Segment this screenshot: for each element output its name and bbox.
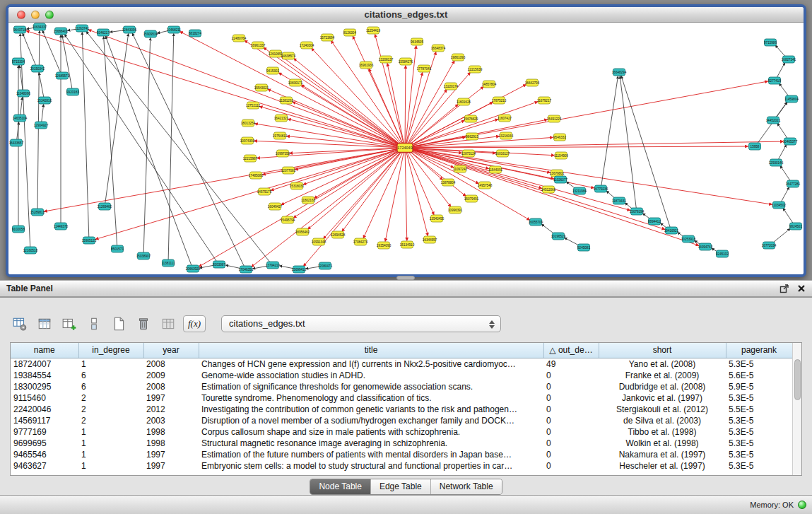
table-cell: 1998 bbox=[143, 438, 199, 449]
node-label: 18013254 bbox=[241, 122, 256, 125]
node-label: 8126304 bbox=[343, 31, 356, 35]
node-label: 12873124 bbox=[461, 152, 476, 156]
table-mode-button[interactable] bbox=[10, 315, 29, 334]
table-cell: 2 bbox=[78, 392, 143, 404]
node-label: 19354093 bbox=[377, 244, 392, 247]
node-label: 12930146 bbox=[769, 161, 784, 165]
column-header[interactable]: in_degree bbox=[78, 343, 143, 358]
float-panel-icon[interactable] bbox=[779, 284, 789, 293]
memory-status-label: Memory: OK bbox=[750, 501, 794, 509]
node-label: 9277419 bbox=[768, 79, 781, 83]
node-label: 14857804 bbox=[482, 83, 497, 86]
node-label: 11034502 bbox=[772, 204, 787, 207]
memory-status-indicator[interactable] bbox=[798, 501, 806, 509]
table-row[interactable]: 946362711997Embryonic stem cells: a mode… bbox=[11, 460, 792, 472]
table-row[interactable]: 1456911722003Disruption of a novel membe… bbox=[11, 415, 792, 426]
table-cell: 18300295 bbox=[11, 381, 78, 392]
table-cell: Hescheler et al. (1997) bbox=[599, 460, 726, 472]
minimize-button[interactable] bbox=[31, 11, 40, 19]
node-label: 15342816 bbox=[37, 99, 52, 103]
column-header[interactable]: name bbox=[11, 343, 78, 358]
node-label: 10253918 bbox=[681, 238, 696, 241]
node-label: 19416921 bbox=[664, 229, 679, 233]
node-label: 9245102 bbox=[716, 252, 729, 256]
node-label: 9546332 bbox=[553, 136, 566, 139]
node-label: 10997358 bbox=[276, 152, 290, 156]
table-row[interactable]: 946554611997Estimation of the future num… bbox=[11, 449, 792, 460]
table-row[interactable]: 2242004622012Investigating the contribut… bbox=[11, 404, 792, 415]
node-label: 15495794 bbox=[281, 218, 295, 222]
table-cell: Stergiakouli et al. (2012) bbox=[599, 404, 726, 415]
table-cell: 5.6E-5 bbox=[726, 370, 792, 381]
node-label: 15289813 bbox=[30, 211, 45, 214]
table-row[interactable]: 911546021997Tourette syndrome. Phenomeno… bbox=[11, 392, 792, 404]
node-label: 15491225 bbox=[547, 117, 562, 121]
node-label: 14635104 bbox=[13, 117, 28, 120]
table-selector-dropdown[interactable]: citations_edges.txt bbox=[221, 315, 501, 332]
node-label: 16055709 bbox=[529, 221, 543, 224]
node-label: 15905125 bbox=[82, 239, 97, 243]
node-label: 15958 bbox=[751, 145, 760, 148]
table-cell: 5.3E-5 bbox=[726, 392, 792, 404]
node-label: 13679801 bbox=[550, 172, 565, 175]
node-label: 12080471 bbox=[318, 264, 333, 268]
window-titlebar[interactable]: citations_edges.txt bbox=[8, 7, 804, 23]
tab-edge-table[interactable]: Edge Table bbox=[370, 479, 430, 494]
import-table-button[interactable] bbox=[158, 315, 177, 334]
node-label: 11607427 bbox=[498, 117, 512, 120]
node-label: 13220174 bbox=[444, 85, 459, 88]
tab-network-table[interactable]: Network Table bbox=[430, 479, 502, 494]
network-canvas[interactable]: 1724049941530215543021127521121801325410… bbox=[8, 23, 804, 274]
node-label: 14638574 bbox=[281, 54, 296, 58]
network-desktop: citations_edges.txt 17240499415302155430… bbox=[0, 0, 812, 280]
table-scrollbar-thumb[interactable] bbox=[794, 359, 801, 400]
create-column-button[interactable] bbox=[59, 315, 78, 334]
table-cell: 9777169 bbox=[11, 426, 78, 438]
network-view-window[interactable]: citations_edges.txt 17240499415302155430… bbox=[6, 4, 806, 277]
table-scrollbar[interactable] bbox=[792, 343, 801, 475]
node-label: 15079491 bbox=[464, 197, 479, 201]
close-panel-icon[interactable] bbox=[796, 284, 806, 293]
table-row[interactable]: 977716911998Corpus callosum shape and si… bbox=[11, 426, 792, 438]
node-label: 9245081 bbox=[577, 246, 590, 250]
node-label: 16961337 bbox=[251, 44, 266, 47]
tab-node-table[interactable]: Node Table bbox=[310, 479, 370, 494]
show-columns-button[interactable] bbox=[35, 315, 54, 334]
function-builder-label: f(x) bbox=[188, 318, 201, 329]
table-cell: 1997 bbox=[143, 460, 199, 472]
node-label: 14512066 bbox=[541, 188, 556, 192]
table-cell: 1 bbox=[78, 358, 143, 370]
column-header[interactable]: △ out_de… bbox=[543, 343, 599, 358]
table-row[interactable]: 1938455462009Genome-wide association stu… bbox=[11, 370, 792, 381]
close-button[interactable] bbox=[17, 11, 25, 19]
table-cell: 1 bbox=[78, 449, 143, 460]
column-header[interactable]: pagerank bbox=[726, 343, 792, 358]
table-panel-body: f(x) citations_edges.txt namein_degreeye… bbox=[0, 298, 812, 495]
node-label: 13211984 bbox=[572, 189, 587, 193]
node-label: 11097242 bbox=[453, 168, 468, 171]
delete-columns-button[interactable] bbox=[134, 315, 153, 334]
table-cell: Corpus callosum shape and size in male p… bbox=[199, 426, 543, 438]
node-label: 13878804 bbox=[441, 181, 456, 185]
table-cell: Wolkin et al. (1998) bbox=[599, 438, 726, 449]
table-panel-title: Table Panel bbox=[6, 284, 53, 293]
column-header[interactable]: short bbox=[599, 343, 726, 358]
row-height-button[interactable] bbox=[84, 315, 103, 334]
node-label: 10830171 bbox=[288, 81, 303, 85]
table-row[interactable]: 1830029562008Estimation of significance … bbox=[11, 381, 792, 392]
table-row[interactable]: 1872400712008Changes of HCN gene express… bbox=[11, 358, 792, 370]
table-cell: 5.3E-5 bbox=[726, 460, 792, 472]
node-label: 16477281 bbox=[786, 182, 801, 186]
zoom-button[interactable] bbox=[45, 11, 54, 19]
table-row[interactable]: 969969511998Structural magnetic resonanc… bbox=[11, 438, 792, 449]
node-label: 14575175 bbox=[257, 190, 272, 194]
network-graph-svg[interactable]: 1724049941530215543021127521121801325410… bbox=[8, 23, 804, 274]
table-cell: 19384554 bbox=[11, 370, 78, 381]
row-height-icon bbox=[86, 316, 102, 332]
table-cell: 0 bbox=[543, 460, 599, 472]
column-header[interactable]: year bbox=[143, 343, 199, 358]
column-header[interactable]: title bbox=[199, 343, 543, 358]
node-label: 1724049 bbox=[397, 146, 412, 150]
new-network-button[interactable] bbox=[109, 315, 128, 334]
function-builder-button[interactable]: f(x) bbox=[183, 315, 206, 332]
